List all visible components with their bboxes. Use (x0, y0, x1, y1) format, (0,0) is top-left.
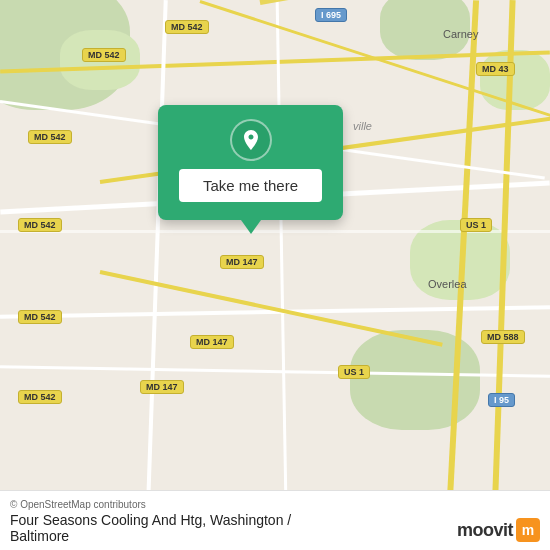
road-label-md147-2: MD 147 (190, 335, 234, 349)
road-label-md147-1: MD 147 (220, 255, 264, 269)
road-label-i695: I 695 (315, 8, 347, 22)
road-label-md588: MD 588 (481, 330, 525, 344)
take-me-there-button[interactable]: Take me there (179, 169, 322, 202)
copyright-text: © OpenStreetMap contributors (10, 499, 540, 510)
popup-icon-container (230, 119, 272, 161)
map-container: MD 542 MD 542 MD 542 MD 542 MD 542 MD 54… (0, 0, 550, 550)
place-label-carney: Carney (443, 28, 478, 40)
road-label-md542-6: MD 542 (165, 20, 209, 34)
road-label-md43: MD 43 (476, 62, 515, 76)
road-label-us1-2: US 1 (338, 365, 370, 379)
road-label-md542-3: MD 542 (18, 218, 62, 232)
moovit-icon: m (516, 518, 540, 542)
road-label-md542-4: MD 542 (18, 310, 62, 324)
road-label-i95: I 95 (488, 393, 515, 407)
bottom-bar: © OpenStreetMap contributors Four Season… (0, 490, 550, 550)
location-pin-icon (239, 128, 263, 152)
green-area-6 (480, 50, 550, 110)
road-label-md542-5: MD 542 (18, 390, 62, 404)
map-popup: Take me there (158, 105, 343, 220)
location-name: Four Seasons Cooling And Htg, Washington… (10, 512, 291, 528)
moovit-letter: m (522, 522, 534, 538)
road-label-md542-2: MD 542 (28, 130, 72, 144)
place-label-ville: ville (353, 120, 372, 132)
road-label-md147-3: MD 147 (140, 380, 184, 394)
moovit-text: moovit (457, 520, 513, 541)
location-city: Baltimore (10, 528, 69, 544)
place-label-overlea: Overlea (428, 278, 467, 290)
road-label-us1-1: US 1 (460, 218, 492, 232)
road-label-md542-1: MD 542 (82, 48, 126, 62)
moovit-logo: moovit m (457, 518, 540, 542)
